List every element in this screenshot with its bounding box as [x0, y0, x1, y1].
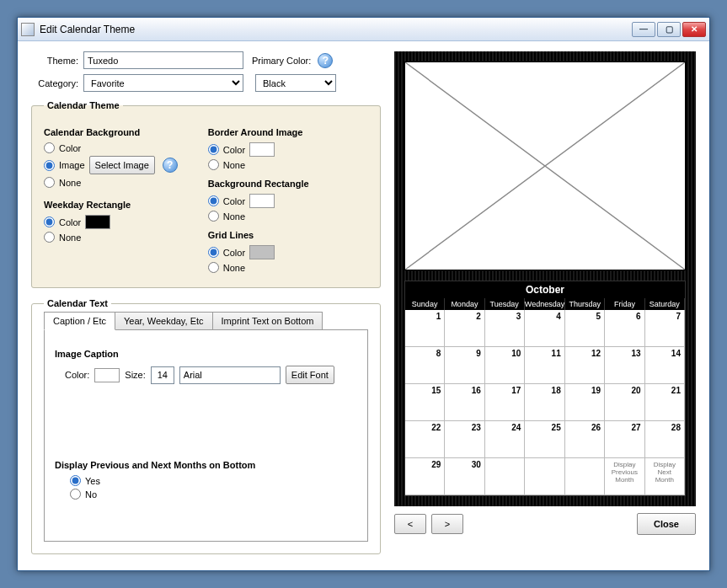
weekday-header: Thursday	[565, 298, 605, 310]
calendar-day-cell: 20	[605, 384, 644, 421]
caption-size-label: Size:	[125, 370, 145, 380]
calendar-day-cell: 9	[445, 347, 484, 384]
border-none-radio[interactable]	[208, 159, 219, 170]
select-image-button[interactable]: Select Image	[89, 156, 155, 174]
calendar-text-group: Calendar Text Caption / Etc Year, Weekda…	[31, 298, 381, 554]
caption-color-label: Color:	[65, 370, 89, 380]
cal-bg-title: Calendar Background	[44, 127, 178, 137]
grid-title: Grid Lines	[208, 230, 309, 240]
calendar-day-cell: 15	[405, 384, 445, 421]
calendar-theme-legend: Calendar Theme	[44, 100, 123, 110]
calendar-day-cell: 5	[565, 310, 605, 347]
category-select[interactable]: Favorite	[83, 74, 243, 92]
weekday-header: Monday	[445, 298, 484, 310]
help-bg-icon[interactable]: ?	[163, 158, 178, 173]
bgrect-none-radio[interactable]	[208, 211, 219, 222]
calendar-day-cell	[525, 458, 564, 495]
calendar-day-cell	[565, 458, 605, 495]
image-caption-title: Image Caption	[55, 349, 357, 359]
tab-caption[interactable]: Caption / Etc	[44, 312, 115, 330]
calendar-day-cell: 22	[405, 421, 445, 458]
primary-color-select[interactable]: Black	[255, 74, 336, 92]
calendar-day-cell: 1	[405, 310, 445, 347]
calendar-day-cell: 27	[605, 421, 644, 458]
calendar-day-cell: 11	[525, 347, 564, 384]
calendar-day-cell: 14	[645, 347, 685, 384]
category-label: Category:	[31, 78, 78, 88]
app-icon	[21, 23, 35, 36]
next-button[interactable]: >	[431, 514, 463, 534]
weekday-header: Wednesday	[525, 298, 565, 310]
calendar-day-cell: 16	[445, 384, 484, 421]
border-title: Border Around Image	[208, 127, 309, 137]
weekday-header: Saturday	[645, 298, 685, 310]
weekday-header: Friday	[605, 298, 644, 310]
tab-body: Image Caption Color: Size: Edit Font Dis…	[44, 329, 368, 542]
bg-image-radio[interactable]	[44, 160, 55, 171]
calendar-day-cell: 19	[565, 384, 605, 421]
window-title: Edit Calendar Theme	[40, 24, 632, 35]
primary-color-label: Primary Color:	[252, 56, 311, 66]
display-no-radio[interactable]	[70, 489, 81, 500]
edit-font-button[interactable]: Edit Font	[286, 366, 334, 384]
preview-month-title: October	[405, 281, 685, 298]
tab-imprint[interactable]: Imprint Text on Bottom	[212, 312, 323, 330]
calendar-day-cell: 12	[565, 347, 605, 384]
calendar-day-cell: 18	[525, 384, 564, 421]
calendar-day-cell: DisplayNextMonth	[645, 458, 685, 495]
bgrect-color-swatch[interactable]	[249, 194, 275, 208]
calendar-day-cell: 17	[485, 384, 525, 421]
calendar-day-cell: 30	[445, 458, 484, 495]
grid-none-radio[interactable]	[208, 262, 219, 273]
weekday-none-radio[interactable]	[44, 232, 55, 243]
calendar-day-cell: 4	[525, 310, 564, 347]
weekday-header: Tuesday	[485, 298, 525, 310]
calendar-text-legend: Calendar Text	[44, 298, 111, 308]
calendar-day-cell: 7	[645, 310, 685, 347]
calendar-day-cell: 10	[485, 347, 525, 384]
border-color-radio[interactable]	[208, 144, 219, 155]
help-primary-color-icon[interactable]: ?	[318, 53, 333, 68]
border-color-swatch[interactable]	[249, 142, 275, 157]
calendar-day-cell: 23	[445, 421, 484, 458]
weekday-header: Sunday	[405, 298, 445, 310]
calendar-day-cell: 24	[485, 421, 525, 458]
calendar-day-cell: 21	[645, 384, 685, 421]
calendar-day-cell: 13	[605, 347, 644, 384]
dialog-window: Edit Calendar Theme — ▢ ✕ Theme: Primary…	[17, 17, 710, 571]
bg-color-radio[interactable]	[44, 142, 55, 153]
display-prev-next-title: Display Previous and Next Months on Bott…	[55, 460, 357, 470]
calendar-day-cell: 29	[405, 458, 445, 495]
caption-color-swatch[interactable]	[94, 368, 120, 382]
caption-font-input[interactable]	[179, 366, 281, 384]
calendar-day-cell: 6	[605, 310, 644, 347]
prev-button[interactable]: <	[394, 514, 426, 534]
calendar-day-cell: 8	[405, 347, 445, 384]
display-yes-radio[interactable]	[70, 475, 81, 486]
close-button[interactable]: Close	[637, 513, 696, 535]
preview-image-placeholder	[404, 61, 686, 270]
weekday-color-radio[interactable]	[44, 216, 55, 227]
calendar-day-cell: DisplayPreviousMonth	[605, 458, 644, 495]
caption-size-input[interactable]	[151, 366, 174, 384]
minimize-button[interactable]: —	[632, 22, 655, 37]
bgrect-color-radio[interactable]	[208, 195, 219, 206]
theme-name-input[interactable]	[83, 51, 243, 69]
bgrect-title: Background Rectangle	[208, 179, 309, 189]
weekday-color-swatch[interactable]	[85, 215, 110, 229]
grid-color-swatch[interactable]	[249, 245, 275, 259]
theme-label: Theme:	[31, 56, 78, 66]
maximize-button[interactable]: ▢	[657, 22, 681, 37]
close-window-button[interactable]: ✕	[682, 22, 706, 37]
calendar-day-cell: 28	[645, 421, 685, 458]
calendar-day-cell: 3	[485, 310, 525, 347]
titlebar[interactable]: Edit Calendar Theme — ▢ ✕	[18, 18, 709, 41]
tab-year-weekday[interactable]: Year, Weekday, Etc	[115, 312, 213, 330]
calendar-day-cell: 26	[565, 421, 605, 458]
calendar-theme-group: Calendar Theme Calendar Background Color…	[31, 100, 381, 288]
bg-none-radio[interactable]	[44, 177, 55, 188]
grid-color-radio[interactable]	[208, 247, 219, 258]
calendar-day-cell	[485, 458, 525, 495]
calendar-day-cell: 2	[445, 310, 484, 347]
calendar-day-cell: 25	[525, 421, 564, 458]
